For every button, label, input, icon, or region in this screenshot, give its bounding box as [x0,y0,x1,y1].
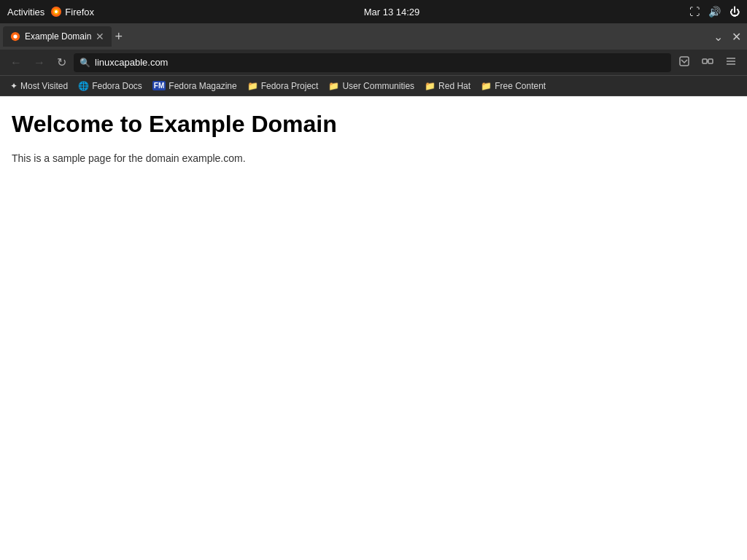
bookmark-fedora-docs[interactable]: 🌐 Fedora Docs [74,79,147,93]
close-window-button[interactable]: ✕ [729,27,744,47]
bookmark-red-hat[interactable]: 📁 Red Hat [420,79,475,93]
svg-point-2 [55,10,58,13]
bookmark-label: User Communities [342,81,414,91]
bookmark-fedora-project[interactable]: 📁 Fedora Project [243,79,323,93]
menu-button[interactable] [721,52,741,73]
bookmark-label: Fedora Project [261,81,319,91]
bookmark-most-visited[interactable]: ✦ Most Visited [6,79,72,93]
system-bar: Activities Firefox Mar 13 14:29 ⛶ 🔊 ⏻ [0,0,747,23]
pocket-icon [678,55,690,67]
red-hat-icon: 📁 [425,81,436,91]
most-visited-icon: ✦ [10,81,18,91]
fedora-magazine-icon: FM [152,81,166,90]
bookmark-label: Free Content [495,81,546,91]
user-communities-icon: 📁 [328,81,339,91]
network-icon: ⛶ [689,6,700,18]
firefox-icon [50,6,62,18]
browser-chrome: Example Domain ✕ + ⌄ ✕ ← → ↻ 🔍 [0,23,747,96]
bookmark-label: Red Hat [438,81,471,91]
volume-icon: 🔊 [708,6,721,18]
power-icon[interactable]: ⏻ [729,6,740,18]
tab-close-button[interactable]: ✕ [96,31,104,42]
search-icon: 🔍 [80,58,90,68]
hamburger-icon [725,55,737,67]
bookmark-user-communities[interactable]: 📁 User Communities [324,79,419,93]
url-input[interactable] [95,57,665,68]
svg-rect-7 [708,59,713,63]
bookmark-label: Fedora Magazine [169,81,236,91]
firefox-taskbar[interactable]: Firefox [50,6,94,18]
page-title: Welcome to Example Domain [12,111,735,138]
extensions-button[interactable] [697,52,718,73]
back-button[interactable]: ← [6,53,26,72]
new-tab-button[interactable]: + [115,29,123,44]
active-tab[interactable]: Example Domain ✕ [3,26,112,47]
bookmark-fedora-magazine[interactable]: FM Fedora Magazine [148,79,241,93]
reload-button[interactable]: ↻ [53,52,71,72]
page-body: This is a sample page for the domain exa… [12,152,735,164]
nav-bar: ← → ↻ 🔍 [0,50,747,76]
fedora-docs-icon: 🌐 [78,81,89,91]
extensions-icon [702,55,713,67]
pocket-button[interactable] [674,52,694,73]
bookmarks-bar: ✦ Most Visited 🌐 Fedora Docs FM Fedora M… [0,76,747,96]
activities-button[interactable]: Activities [7,7,44,18]
tab-favicon [10,31,20,42]
forward-button[interactable]: → [29,53,50,72]
system-datetime: Mar 13 14:29 [364,7,420,18]
bookmark-label: Fedora Docs [92,81,142,91]
page-content: Welcome to Example Domain This is a samp… [0,96,747,560]
tab-bar: Example Domain ✕ + ⌄ ✕ [0,23,747,50]
svg-point-4 [13,34,17,38]
tab-dropdown-button[interactable]: ⌄ [711,27,726,47]
firefox-label: Firefox [65,7,94,18]
bookmark-label: Most Visited [20,81,68,91]
svg-rect-5 [680,57,689,66]
fedora-project-icon: 📁 [247,81,258,91]
free-content-icon: 📁 [481,81,492,91]
url-bar[interactable]: 🔍 [74,53,671,72]
bookmark-free-content[interactable]: 📁 Free Content [476,79,550,93]
tab-title: Example Domain [25,31,91,42]
svg-rect-6 [703,59,707,63]
